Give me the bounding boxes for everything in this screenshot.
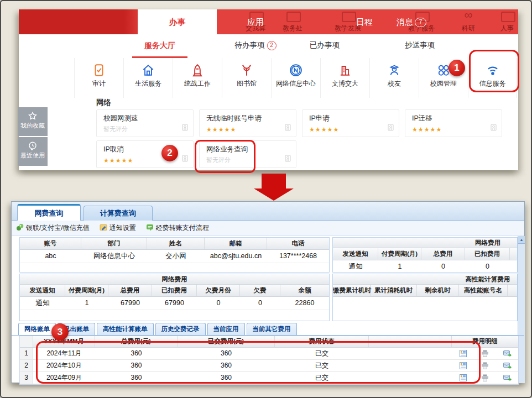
column-header-arrears-month[interactable]: 欠费月份 bbox=[510, 248, 518, 260]
detail-grid-icon[interactable] bbox=[452, 372, 474, 384]
cell-department: 网络信息中心 bbox=[81, 250, 147, 263]
service-card-ip-move[interactable]: IP迁移 ★★★★★ bbox=[405, 109, 502, 137]
cell-paid: 360 bbox=[178, 372, 275, 384]
account-row[interactable]: abc 网络信息中心 交小网 abc@sjtu.edu.cn 137****24… bbox=[20, 250, 329, 263]
column-header-name[interactable]: 姓名 bbox=[147, 238, 205, 249]
detail-row[interactable]: 通知 1 67990 67990 0 0 22860 bbox=[20, 297, 329, 310]
bill-row[interactable]: 1 2024年11月 360 360 已交 bbox=[20, 348, 518, 360]
transfer-flow-button[interactable]: 经费转账支付流程 bbox=[146, 223, 209, 233]
toolbar-label: 银联/支付宝/微信充值 bbox=[26, 223, 90, 233]
column-header-cycle[interactable]: 付费周期(月) bbox=[378, 248, 421, 260]
service-card-speedtest[interactable]: 校园网测速 暂无评分 bbox=[96, 109, 194, 137]
column-header-paid-hours[interactable]: 缴费累计机时 bbox=[333, 285, 371, 296]
app-united-front[interactable]: 统战工作 bbox=[173, 58, 222, 98]
nav-tab-yingyong[interactable]: 应用 bbox=[233, 9, 278, 34]
cell-paid: 360 bbox=[178, 360, 275, 371]
app-library[interactable]: 图书馆 bbox=[222, 58, 271, 98]
print-icon[interactable] bbox=[474, 372, 496, 384]
subnav-done[interactable]: 已办事项 bbox=[302, 34, 347, 58]
subnav-todo[interactable]: 待办事项2 bbox=[222, 34, 289, 58]
notify-settings-button[interactable]: 通知设置 bbox=[100, 223, 136, 233]
app-wenbo[interactable]: 文博交大 bbox=[320, 58, 369, 98]
app-life-service[interactable]: 生活服务 bbox=[123, 58, 173, 98]
bill-table: YYYY年MM月 总费用(元) 已交费用(元) 费用状态 费用明细 1 2024… bbox=[19, 336, 519, 385]
export-icon[interactable] bbox=[496, 348, 518, 359]
column-header-account[interactable]: 账号 bbox=[20, 238, 81, 249]
group-header-network-fee: 网络费用 bbox=[333, 238, 518, 248]
column-header-used-hours[interactable]: 累计消耗机时 bbox=[371, 285, 417, 296]
account-table: 账号 部门 姓名 邮箱 电话 abc 网络信息中心 交小网 abc@sjtu.e… bbox=[19, 237, 330, 273]
bill-row[interactable]: 2 2024年10月 360 360 已交 bbox=[20, 360, 518, 372]
nav-tab-banshi[interactable]: 办事 bbox=[138, 9, 217, 34]
cell: 0 bbox=[197, 297, 240, 310]
column-header-remaining[interactable]: 剩余 bbox=[508, 285, 518, 296]
column-header-remaining-hours[interactable]: 剩余机时 bbox=[417, 285, 459, 296]
column-header-email[interactable]: 邮箱 bbox=[205, 238, 267, 249]
sidebar-favorites[interactable]: 我的收藏 bbox=[18, 107, 48, 136]
bookmark-icon bbox=[285, 154, 291, 164]
export-icon[interactable] bbox=[496, 372, 518, 384]
service-card-network-query[interactable]: 网络业务查询 暂无评分 bbox=[199, 140, 296, 168]
service-card-ip-apply[interactable]: IP申请 ★★★★★ bbox=[302, 109, 399, 137]
row-number: 1 bbox=[20, 348, 33, 359]
app-info-service[interactable]: 信息服务 bbox=[468, 58, 517, 98]
detail-grid-icon[interactable] bbox=[452, 348, 474, 359]
column-header-deducted[interactable]: 已扣费用 bbox=[152, 285, 197, 296]
service-card-ip-cancel[interactable]: IP取消 ★★★★★ bbox=[96, 140, 194, 168]
column-header-notify[interactable]: 发送通知 bbox=[20, 285, 65, 296]
cell: 1 bbox=[378, 260, 421, 273]
tab-other-fee[interactable]: 当前其它费用 bbox=[247, 323, 297, 335]
tab-network-fee-query[interactable]: 网费查询 bbox=[17, 204, 81, 221]
service-card-wireless-temp[interactable]: 无线临时账号申请 ★★★★★ bbox=[199, 109, 296, 137]
column-header-department[interactable]: 部门 bbox=[81, 238, 147, 249]
column-header-total[interactable]: 总费用 bbox=[108, 285, 152, 296]
lantern-icon bbox=[190, 63, 205, 77]
tab-computing-fee-query[interactable]: 计算费查询 bbox=[84, 206, 153, 221]
column-header-cycle[interactable]: 付费周期(月) bbox=[65, 285, 108, 296]
hpc-header: 缴费累计机时 累计消耗机时 剩余机时 高性能账号名 剩余 bbox=[333, 285, 518, 297]
column-header-notify[interactable]: 发送通知 bbox=[333, 248, 378, 260]
recharge-button[interactable]: 银联/支付宝/微信充值 bbox=[16, 223, 90, 233]
summary-row[interactable]: 通知 1 0 0 bbox=[333, 260, 518, 273]
detail-grid-icon[interactable] bbox=[452, 360, 474, 371]
app-network-center[interactable]: 网络信息中心 bbox=[271, 58, 320, 98]
export-icon[interactable] bbox=[496, 360, 518, 371]
cell: 22860 bbox=[280, 297, 329, 310]
column-header-hpc-account[interactable]: 高性能账号名 bbox=[459, 285, 508, 296]
tab-network-bill[interactable]: 网络账单 bbox=[18, 323, 56, 335]
tab-current-apply[interactable]: 当前应用 bbox=[207, 323, 245, 335]
app-audit[interactable]: 审计 bbox=[74, 58, 123, 98]
print-icon[interactable] bbox=[474, 348, 496, 359]
subnav-service-hall[interactable]: 服务大厅 bbox=[132, 34, 187, 58]
bookmark-icon bbox=[182, 123, 188, 133]
transfer-flow-icon bbox=[146, 223, 154, 233]
subnav-label: 已办事项 bbox=[310, 41, 340, 49]
column-header-arrears-month[interactable]: 欠费月份 bbox=[197, 285, 240, 296]
sub-nav-bar: 服务大厅 待办事项2 已办事项 抄送事项 bbox=[19, 34, 518, 58]
cell: 0 bbox=[465, 260, 510, 273]
cell-phone: 137****2468 bbox=[267, 250, 329, 263]
column-header-paid-fee[interactable]: 已交费用(元) bbox=[178, 336, 275, 347]
section-title: 网络 bbox=[96, 98, 111, 108]
sidebar-recent[interactable]: 最近使用 bbox=[18, 137, 48, 166]
cell-total: 360 bbox=[95, 372, 178, 384]
column-header-fee-status[interactable]: 费用状态 bbox=[275, 336, 369, 347]
column-header-total-fee[interactable]: 总费用(元) bbox=[95, 336, 178, 347]
column-header-balance[interactable]: 余额 bbox=[280, 285, 329, 296]
nav-tab-xiaoxi[interactable]: 消息7 bbox=[381, 9, 442, 34]
column-header-arrears[interactable]: 欠费 bbox=[240, 285, 280, 296]
subnav-cc[interactable]: 抄送事项 bbox=[398, 34, 442, 58]
bill-row[interactable]: 3 2024年09月 360 360 已交 bbox=[20, 372, 518, 384]
column-header-deducted[interactable]: 已扣费用 bbox=[465, 248, 510, 260]
nav-tab-richeng[interactable]: 日程 bbox=[342, 9, 387, 34]
card-stars: ★★★★★ bbox=[206, 126, 236, 133]
tab-hpc-bill[interactable]: 高性能计算账单 bbox=[97, 323, 154, 335]
tab-payment-history[interactable]: 历史交费记录 bbox=[155, 323, 206, 335]
cell-status: 已交 bbox=[275, 372, 369, 384]
column-header-fee-detail[interactable]: 费用明细 bbox=[452, 336, 518, 347]
scroll-up-icon[interactable]: ▲ bbox=[518, 236, 525, 244]
column-header-phone[interactable]: 电话 bbox=[267, 238, 329, 249]
app-alumni[interactable]: 校友 bbox=[369, 58, 419, 98]
print-icon[interactable] bbox=[474, 360, 496, 371]
column-header-total[interactable]: 总费用 bbox=[421, 248, 465, 260]
